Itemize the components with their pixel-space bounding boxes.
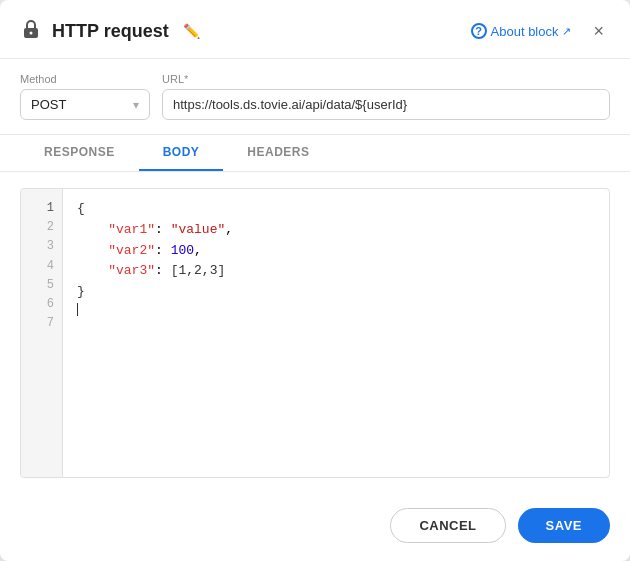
code-text[interactable]: { "var1": "value", "var2": 100, "var3": … xyxy=(63,189,609,477)
code-editor[interactable]: 1 2 3 4 5 6 7 { "var1": "value", "var2":… xyxy=(20,188,610,478)
modal-footer: CANCEL SAVE xyxy=(0,494,630,561)
http-request-modal: HTTP request ✏️ ? About block ↗ × Method… xyxy=(0,0,630,561)
edit-icon[interactable]: ✏️ xyxy=(183,23,200,39)
tab-headers[interactable]: HEADERS xyxy=(223,135,333,171)
lock-icon xyxy=(20,18,42,44)
tabs-bar: RESPONSE BODY HEADERS xyxy=(0,135,630,172)
cancel-button[interactable]: CANCEL xyxy=(390,508,505,543)
method-value: POST xyxy=(31,97,66,112)
line-num-2: 2 xyxy=(39,218,62,237)
line-num-3: 3 xyxy=(39,237,62,256)
line-num-4: 4 xyxy=(39,257,62,276)
tab-response[interactable]: RESPONSE xyxy=(20,135,139,171)
external-link-icon: ↗ xyxy=(562,25,571,38)
method-select[interactable]: POST ▾ xyxy=(20,89,150,120)
chevron-down-icon: ▾ xyxy=(133,98,139,112)
modal-title: HTTP request xyxy=(52,21,169,42)
line-num-7: 7 xyxy=(39,314,62,333)
fields-row: Method POST ▾ URL* https://tools.ds.tovi… xyxy=(0,59,630,135)
url-label: URL* xyxy=(162,73,610,85)
title-group: HTTP request ✏️ xyxy=(20,18,200,44)
url-field-group: URL* https://tools.ds.tovie.ai/api/data/… xyxy=(162,73,610,120)
svg-point-1 xyxy=(30,32,33,35)
about-block-label: About block xyxy=(491,24,559,39)
save-button[interactable]: SAVE xyxy=(518,508,610,543)
url-input[interactable]: https://tools.ds.tovie.ai/api/data/${use… xyxy=(162,89,610,120)
method-label: Method xyxy=(20,73,150,85)
help-icon: ? xyxy=(471,23,487,39)
line-num-1: 1 xyxy=(39,199,62,218)
modal-header: HTTP request ✏️ ? About block ↗ × xyxy=(0,0,630,59)
about-block-link[interactable]: ? About block ↗ xyxy=(471,23,572,39)
line-num-5: 5 xyxy=(39,276,62,295)
close-button[interactable]: × xyxy=(587,19,610,44)
line-num-6: 6 xyxy=(39,295,62,314)
line-numbers: 1 2 3 4 5 6 7 xyxy=(21,189,63,477)
tab-body[interactable]: BODY xyxy=(139,135,224,171)
method-field-group: Method POST ▾ xyxy=(20,73,150,120)
